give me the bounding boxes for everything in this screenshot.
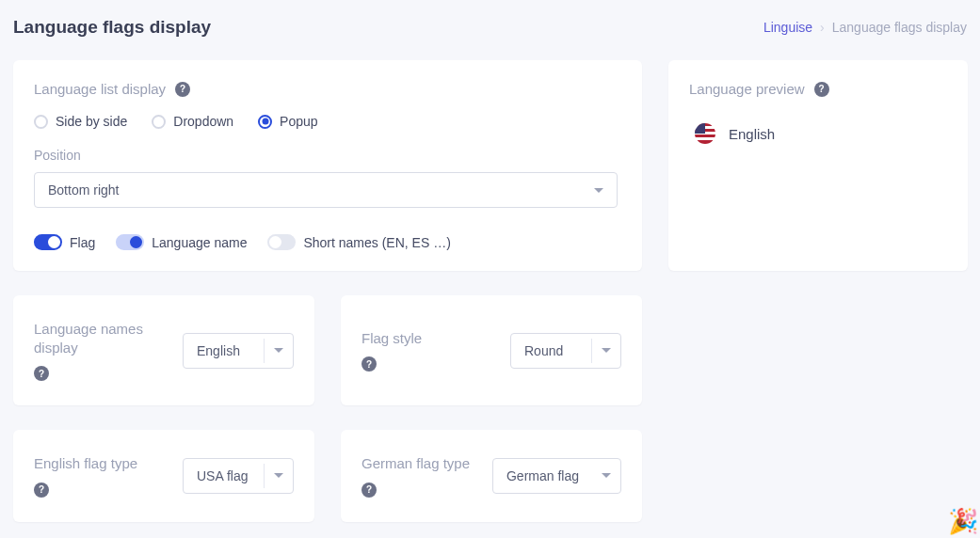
toggle-language-name-label: Language name <box>152 235 247 250</box>
help-icon[interactable]: ? <box>361 356 377 372</box>
language-list-display-card: Language list display ? Side by side Dro… <box>13 60 642 271</box>
radio-icon <box>258 115 272 129</box>
preview-label: Language preview <box>689 81 805 97</box>
flag-style-card: Flag style ? Round <box>341 295 642 405</box>
toggle-short-names-label: Short names (EN, ES …) <box>303 235 450 250</box>
breadcrumb-root[interactable]: Linguise <box>763 20 812 35</box>
select-value: USA flag <box>184 468 264 483</box>
toggle-short-names[interactable] <box>267 234 296 250</box>
german-flag-type-card: German flag type ? German flag <box>341 430 642 522</box>
chevron-down-icon <box>602 473 611 478</box>
radio-dropdown[interactable]: Dropdown <box>152 114 233 129</box>
chevron-down-icon <box>274 473 283 478</box>
radio-icon <box>152 115 166 129</box>
help-icon[interactable]: ? <box>814 82 829 97</box>
radio-label: Side by side <box>56 114 127 129</box>
flag-style-label: Flag style <box>361 329 422 348</box>
help-icon[interactable]: ? <box>361 483 377 498</box>
help-icon[interactable]: ? <box>34 483 49 498</box>
help-icon[interactable]: ? <box>34 366 49 381</box>
german-flag-type-label: German flag type <box>361 454 470 473</box>
radio-label: Dropdown <box>173 114 233 129</box>
language-names-display-card: Language names display ? English <box>13 295 314 405</box>
radio-popup[interactable]: Popup <box>258 114 317 129</box>
select-value: Bottom right <box>48 182 119 198</box>
flag-style-select[interactable]: Round <box>510 333 621 369</box>
select-value: English <box>184 343 264 358</box>
toggle-flag[interactable] <box>34 234 62 250</box>
english-flag-type-select[interactable]: USA flag <box>183 458 294 494</box>
language-names-display-label: Language names display <box>34 320 183 356</box>
party-icon: 🎉 <box>948 507 978 536</box>
breadcrumb-current: Language flags display <box>832 20 967 35</box>
german-flag-type-select[interactable]: German flag <box>492 458 621 494</box>
select-value: Round <box>511 343 591 358</box>
language-names-display-select[interactable]: English <box>183 333 294 369</box>
chevron-down-icon <box>274 348 283 353</box>
chevron-down-icon <box>602 348 611 353</box>
flag-us-icon <box>695 123 715 144</box>
chevron-down-icon <box>594 188 603 193</box>
english-flag-type-label: English flag type <box>34 454 137 473</box>
english-flag-type-card: English flag type ? USA flag <box>13 430 314 522</box>
select-value: German flag <box>493 468 592 483</box>
toggle-language-name[interactable] <box>116 234 144 250</box>
page-title: Language flags display <box>13 17 211 38</box>
position-select[interactable]: Bottom right <box>34 172 618 208</box>
breadcrumb: Linguise › Language flags display <box>763 20 967 35</box>
list-display-label: Language list display <box>34 81 166 97</box>
radio-icon <box>34 115 48 129</box>
chevron-right-icon: › <box>820 20 825 35</box>
position-label: Position <box>34 148 621 163</box>
preview-language[interactable]: English <box>689 123 947 144</box>
toggle-flag-label: Flag <box>70 235 95 250</box>
preview-language-name: English <box>729 126 775 142</box>
language-preview-card: Language preview ? English <box>668 60 968 271</box>
radio-side-by-side[interactable]: Side by side <box>34 114 127 129</box>
help-icon[interactable]: ? <box>175 82 190 97</box>
radio-label: Popup <box>280 114 317 129</box>
